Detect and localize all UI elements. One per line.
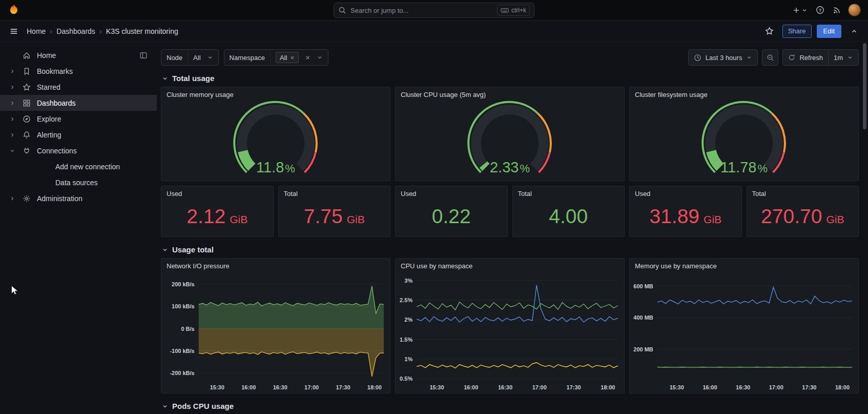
chevron-right-icon[interactable] [6, 84, 18, 90]
sidebar-item-administration[interactable]: Administration [0, 190, 157, 206]
collapse-sidebar-button[interactable] [138, 50, 149, 61]
stat-value: 2.12GiB [161, 206, 273, 226]
star-dashboard-button[interactable] [762, 24, 777, 39]
sidebar-item-label: Dashboards [37, 99, 76, 107]
sidebar-item-label: Bookmarks [37, 67, 73, 75]
sidebar-item-add-new-connection[interactable]: Add new connection [0, 159, 157, 174]
panel-title[interactable]: CPU use by namespace [396, 259, 624, 271]
sidebar-item-connections[interactable]: Connections [0, 143, 157, 159]
search-icon [338, 6, 346, 14]
top-navigation-bar: Search or jump to... ctrl+k ? [0, 0, 868, 21]
svg-text:11.78%: 11.78% [720, 159, 768, 175]
svg-text:11.8%: 11.8% [256, 159, 295, 175]
zoom-out-button[interactable] [762, 49, 778, 66]
svg-text:2.33%: 2.33% [490, 159, 530, 175]
star-icon [23, 83, 32, 91]
chart-row: Network I/O pressure 200 kB/s100 kB/s0 B… [161, 258, 859, 393]
svg-text:400 MB: 400 MB [633, 314, 653, 321]
sidebar-item-data-sources[interactable]: Data sources [0, 174, 157, 190]
mega-menu-toggle[interactable] [6, 24, 22, 39]
svg-text:16:00: 16:00 [464, 384, 478, 390]
panel-title[interactable]: Cluster CPU usage (5m avg) [396, 87, 624, 100]
stat-value: 31.89GiB [630, 206, 741, 226]
section-title: Usage total [172, 245, 214, 254]
share-button[interactable]: Share [782, 25, 812, 38]
shortcut-label: ctrl+k [511, 7, 526, 14]
refresh-interval-label: 1m [834, 54, 843, 62]
panel-memory-total: Total 7.75GiB [278, 186, 391, 237]
user-avatar[interactable] [848, 4, 861, 16]
section-pods-cpu-usage[interactable]: Pods CPU usage [162, 402, 859, 410]
section-title: Pods CPU usage [172, 402, 234, 410]
filesystem-usage-gauge: 11.78% [630, 100, 858, 181]
section-total-usage[interactable]: Total usage [162, 74, 859, 83]
gauge-row: Cluster memory usage 11.8% Cluster CPU u… [161, 87, 859, 181]
panel-title[interactable]: Total [279, 186, 390, 199]
node-variable-select[interactable]: All [188, 50, 218, 65]
remove-tag-icon[interactable] [290, 55, 295, 60]
panel-title[interactable]: Network I/O pressure [161, 259, 390, 271]
svg-text:15:30: 15:30 [210, 384, 224, 390]
chevron-down-icon[interactable] [6, 148, 18, 154]
svg-text:16:00: 16:00 [702, 384, 717, 390]
sidebar-item-bookmarks[interactable]: Bookmarks [0, 63, 157, 79]
chevron-right-icon[interactable] [6, 116, 18, 122]
sidebar-item-home[interactable]: Home [0, 47, 157, 63]
svg-text:16:30: 16:30 [498, 384, 512, 390]
refresh-interval-picker[interactable]: 1m [828, 50, 858, 65]
stat-row: Used 2.12GiB Total 7.75GiB Used 0.22 Tot… [161, 186, 859, 237]
svg-text:17:30: 17:30 [567, 384, 581, 390]
panel-title[interactable]: Total [747, 186, 859, 199]
time-range-picker[interactable]: Last 3 hours [688, 49, 758, 66]
edit-button[interactable]: Edit [817, 25, 841, 38]
news-button[interactable] [832, 5, 842, 15]
chevron-right-icon[interactable] [6, 100, 18, 106]
panel-title[interactable]: Cluster memory usage [161, 87, 390, 100]
panel-title[interactable]: Used [396, 186, 507, 199]
sidebar-nav: Home Bookmarks Starred Dashboards [0, 42, 157, 414]
svg-text:17:30: 17:30 [802, 384, 816, 390]
grafana-logo[interactable] [7, 4, 20, 17]
sidebar-item-starred[interactable]: Starred [0, 79, 157, 95]
section-usage-total[interactable]: Usage total [162, 245, 859, 254]
namespace-selected-tag[interactable]: All [276, 52, 299, 63]
breadcrumb-dashboards[interactable]: Dashboards [54, 27, 97, 35]
panel-title[interactable]: Memory use by namespace [630, 259, 858, 271]
network-io-chart[interactable]: 200 kB/s100 kB/s0 B/s-100 kB/s-200 kB/s1… [161, 271, 390, 393]
svg-text:1.5%: 1.5% [400, 337, 412, 343]
svg-text:3%: 3% [404, 278, 412, 284]
search-input[interactable]: Search or jump to... ctrl+k [334, 3, 534, 18]
breadcrumb-home[interactable]: Home [25, 27, 48, 35]
namespace-variable-select[interactable]: All [270, 50, 328, 65]
sidebar-item-explore[interactable]: Explore [0, 111, 157, 127]
scrollbar-thumb[interactable] [863, 43, 866, 129]
chevron-down-icon [162, 247, 168, 253]
node-variable-label: Node [161, 50, 188, 65]
panel-title[interactable]: Used [161, 186, 273, 199]
collapse-toolbar-button[interactable] [846, 24, 862, 39]
chevron-right-icon[interactable] [6, 195, 18, 202]
chevron-right-icon[interactable] [6, 68, 18, 74]
sidebar-item-label: Administration [37, 194, 82, 203]
zoom-out-icon [767, 54, 774, 62]
clear-all-icon[interactable] [305, 55, 311, 61]
svg-text:18:00: 18:00 [601, 384, 615, 390]
panel-title[interactable]: Used [630, 186, 741, 199]
breadcrumb-bar: Home › Dashboards › K3S cluster monitori… [0, 21, 868, 42]
sidebar-item-dashboards[interactable]: Dashboards [0, 95, 157, 111]
page-scrollbar[interactable] [863, 43, 866, 410]
sidebar-item-alerting[interactable]: Alerting [0, 127, 157, 143]
panel-title[interactable]: Cluster filesystem usage [630, 87, 858, 100]
help-button[interactable]: ? [815, 5, 825, 15]
svg-text:17:30: 17:30 [336, 384, 350, 390]
panel-title[interactable]: Total [513, 186, 625, 199]
refresh-button[interactable]: Refresh [783, 50, 828, 65]
memory-namespace-chart[interactable]: 600 MB400 MB200 MB15:3016:0016:3017:0017… [630, 271, 858, 393]
panel-filesystem-used: Used 31.89GiB [629, 186, 742, 237]
add-new-button[interactable] [791, 5, 809, 15]
namespace-tag-label: All [280, 54, 287, 62]
chevron-down-icon [317, 54, 323, 61]
chevron-right-icon[interactable] [6, 132, 18, 138]
cpu-namespace-chart[interactable]: 3%2.5%2%1.5%1%0.5%15:3016:0016:3017:0017… [396, 271, 624, 393]
refresh-icon [788, 54, 795, 61]
